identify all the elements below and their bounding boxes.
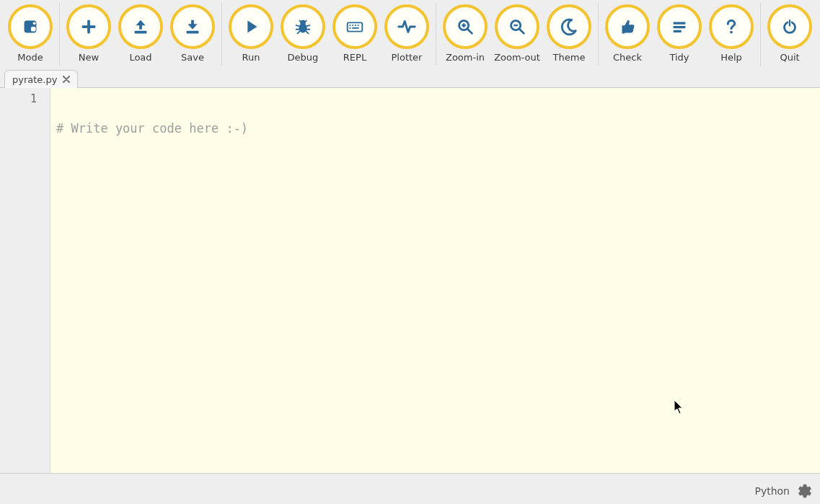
- bug-icon: [281, 4, 325, 49]
- toolbar-label: REPL: [343, 52, 366, 63]
- status-bar: Python: [0, 477, 820, 504]
- new-button[interactable]: New: [63, 3, 115, 63]
- code-area[interactable]: # Write your code here :-): [50, 88, 820, 473]
- svg-rect-14: [350, 27, 351, 29]
- toolbar-group: Zoom-inZoom-outTheme: [436, 3, 599, 66]
- theme-button[interactable]: Theme: [543, 3, 595, 63]
- mode-icon: [8, 4, 53, 49]
- toolbar-label: Plotter: [392, 52, 423, 63]
- tab-bar: pyrate.py: [0, 68, 820, 88]
- close-icon[interactable]: [61, 74, 71, 84]
- svg-rect-4: [82, 25, 96, 28]
- gear-icon[interactable]: [797, 483, 813, 499]
- line-gutter: 1: [0, 88, 50, 473]
- zoom-in-button[interactable]: Zoom-in: [439, 3, 491, 63]
- svg-rect-13: [358, 25, 359, 26]
- svg-rect-1: [31, 27, 36, 32]
- svg-rect-26: [674, 30, 682, 32]
- play-icon: [229, 4, 273, 49]
- run-button[interactable]: Run: [225, 3, 277, 63]
- svg-rect-25: [674, 26, 686, 28]
- svg-rect-24: [674, 22, 686, 24]
- zoom-in-icon: [443, 4, 488, 49]
- load-button[interactable]: Load: [115, 3, 167, 63]
- quit-button[interactable]: Quit: [764, 3, 816, 63]
- lines-icon: [657, 4, 702, 49]
- svg-rect-12: [355, 25, 356, 26]
- toolbar-group: Mode: [1, 3, 60, 66]
- svg-line-22: [519, 29, 524, 34]
- code-line: # Write your code here :-): [56, 121, 820, 136]
- toolbar-group: RunDebugREPLPlotter: [222, 3, 436, 66]
- upload-icon: [118, 4, 163, 49]
- save-button[interactable]: Save: [167, 3, 219, 63]
- toolbar-label: Run: [242, 52, 260, 63]
- svg-rect-16: [352, 27, 358, 29]
- toolbar-group: NewLoadSave: [60, 3, 222, 66]
- toolbar-label: Debug: [288, 52, 319, 63]
- zoom-out-icon: [495, 4, 539, 49]
- pulse-icon: [384, 4, 429, 49]
- line-number: 1: [0, 92, 37, 105]
- toolbar-label: Save: [181, 52, 204, 63]
- power-icon: [767, 4, 812, 49]
- toolbar: ModeNewLoadSaveRunDebugREPLPlotterZoom-i…: [0, 0, 820, 67]
- thumbs-up-icon: [605, 4, 650, 49]
- language-indicator[interactable]: Python: [754, 485, 790, 497]
- svg-point-8: [300, 20, 306, 26]
- moon-icon: [547, 4, 591, 49]
- toolbar-label: Mode: [17, 52, 43, 63]
- toolbar-label: Load: [129, 52, 151, 63]
- svg-point-2: [33, 22, 36, 25]
- check-button[interactable]: Check: [601, 3, 653, 63]
- toolbar-group: Quit: [761, 3, 819, 66]
- toolbar-label: Zoom-in: [446, 52, 485, 63]
- toolbar-label: Quit: [780, 52, 799, 63]
- code-editor[interactable]: 1 # Write your code here :-): [0, 88, 820, 474]
- svg-rect-29: [788, 19, 790, 27]
- zoom-out-button[interactable]: Zoom-out: [491, 3, 543, 63]
- keyboard-icon: [332, 4, 377, 49]
- toolbar-label: Zoom-out: [494, 52, 540, 63]
- debug-button[interactable]: Debug: [277, 3, 329, 63]
- svg-line-18: [467, 29, 472, 34]
- plotter-button[interactable]: Plotter: [381, 3, 433, 63]
- repl-button[interactable]: REPL: [329, 3, 381, 63]
- svg-rect-10: [350, 25, 351, 26]
- svg-rect-15: [358, 27, 359, 29]
- svg-rect-5: [135, 31, 147, 34]
- toolbar-label: Help: [720, 52, 742, 63]
- tab-title: pyrate.py: [12, 74, 57, 85]
- help-button[interactable]: Help: [705, 3, 757, 63]
- toolbar-label: Tidy: [669, 52, 689, 63]
- plus-icon: [66, 4, 111, 49]
- toolbar-label: Check: [613, 52, 642, 63]
- tidy-button[interactable]: Tidy: [653, 3, 705, 63]
- svg-rect-11: [352, 25, 353, 26]
- svg-rect-6: [187, 31, 199, 34]
- tab-pyrate[interactable]: pyrate.py: [4, 70, 78, 88]
- mode-button[interactable]: Mode: [4, 3, 56, 63]
- toolbar-group: CheckTidyHelp: [599, 3, 761, 66]
- toolbar-label: Theme: [553, 52, 586, 63]
- svg-point-27: [730, 31, 733, 34]
- svg-rect-9: [348, 22, 363, 31]
- download-icon: [170, 4, 215, 49]
- question-icon: [709, 4, 754, 49]
- toolbar-label: New: [79, 52, 99, 63]
